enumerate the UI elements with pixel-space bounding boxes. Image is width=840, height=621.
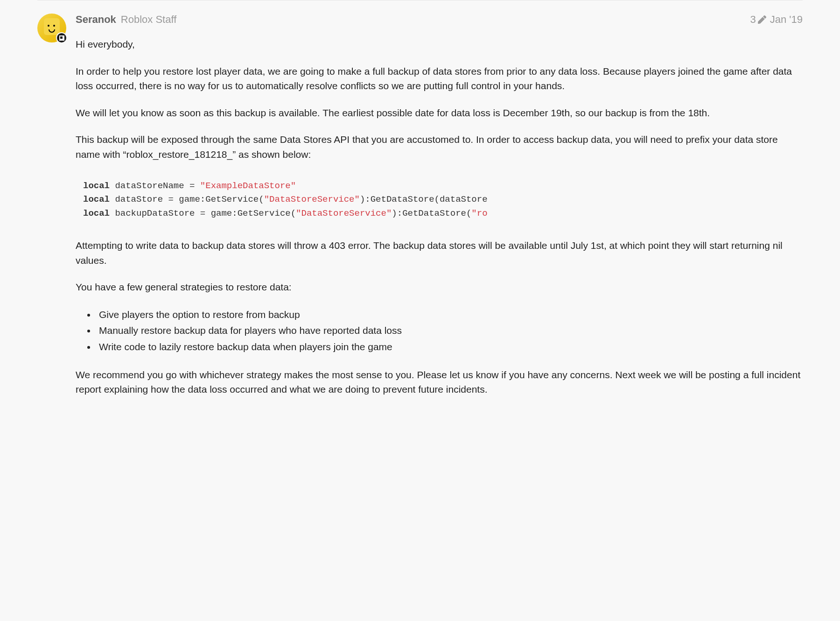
paragraph: We recommend you go with whichever strat… bbox=[76, 367, 803, 397]
post-body: Seranok Roblox Staff 3 Jan '19 Hi everyb… bbox=[76, 14, 803, 409]
paragraph: We will let you know as soon as this bac… bbox=[76, 106, 803, 120]
pencil-icon bbox=[758, 15, 766, 24]
avatar-badge bbox=[56, 32, 67, 43]
post-content: Hi everybody, In order to help you resto… bbox=[76, 37, 803, 397]
paragraph: Attempting to write data to backup data … bbox=[76, 238, 803, 268]
list-item: Give players the option to restore from … bbox=[96, 307, 803, 323]
edit-history-button[interactable]: 3 bbox=[750, 14, 766, 26]
avatar[interactable] bbox=[37, 14, 66, 42]
paragraph: In order to help you restore lost player… bbox=[76, 64, 803, 93]
list-item: Write code to lazily restore backup data… bbox=[96, 339, 803, 355]
post-date[interactable]: Jan '19 bbox=[770, 14, 803, 26]
edit-count: 3 bbox=[750, 14, 756, 26]
paragraph-greeting: Hi everybody, bbox=[76, 37, 803, 52]
post-divider bbox=[37, 0, 803, 0]
code-block[interactable]: local dataStoreName = "ExampleDataStore"… bbox=[76, 174, 803, 226]
post-meta: 3 Jan '19 bbox=[750, 14, 803, 26]
list-item: Manually restore backup data for players… bbox=[96, 323, 803, 339]
author-name-link[interactable]: Seranok bbox=[76, 14, 116, 26]
post-header: Seranok Roblox Staff 3 Jan '19 bbox=[76, 14, 803, 26]
post-author: Seranok Roblox Staff bbox=[76, 14, 176, 26]
paragraph: You have a few general strategies to res… bbox=[76, 280, 803, 295]
author-title: Roblox Staff bbox=[121, 14, 176, 26]
forum-post: Seranok Roblox Staff 3 Jan '19 Hi everyb… bbox=[37, 14, 803, 409]
strategies-list: Give players the option to restore from … bbox=[96, 307, 803, 355]
paragraph: This backup will be exposed through the … bbox=[76, 132, 803, 162]
